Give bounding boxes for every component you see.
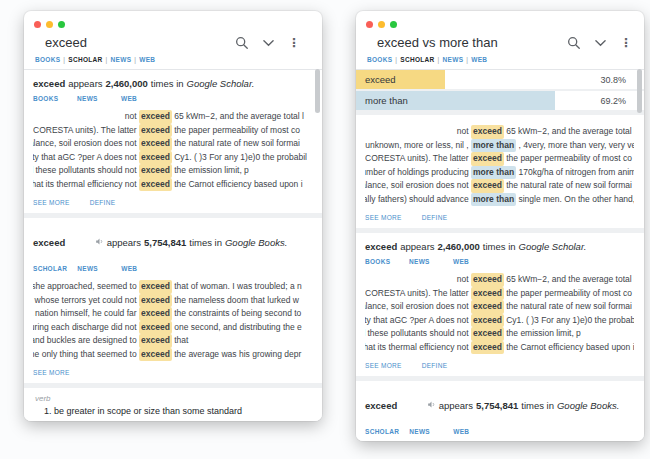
result-subtab[interactable]: WEB — [121, 95, 155, 102]
concordance-line: ires that its thermal efficiency not exc… — [365, 341, 634, 355]
tab-separator: | — [466, 56, 468, 63]
kebab-menu-icon[interactable]: ⋮ — [288, 37, 300, 49]
source-tab[interactable]: SCHOLAR — [400, 56, 434, 63]
highlighted-term: exceed — [471, 287, 504, 301]
zoom-button[interactable] — [390, 21, 397, 28]
scrollbar-thumb[interactable] — [637, 69, 642, 113]
search-icon[interactable] — [235, 36, 249, 50]
search-icon[interactable] — [567, 36, 581, 50]
snippet-text: e number of holdings producing — [365, 166, 471, 180]
occurrence-count: 5,754,841 — [476, 400, 518, 411]
speaker-icon[interactable] — [68, 226, 103, 259]
snippet-text: the emission limit, p — [504, 327, 634, 341]
snippet-text: the natural rate of new soil formai — [504, 179, 634, 193]
speaker-icon[interactable] — [400, 389, 435, 422]
see-more-link[interactable]: SEE MORE — [33, 369, 70, 376]
search-bar: ⋮ — [356, 31, 644, 54]
concordance-list: so, as she approached, seemed to exceed … — [33, 280, 312, 361]
part-of-speech: verb — [35, 394, 311, 403]
source-tabs: BOOKS|SCHOLAR|NEWS|WEB — [24, 54, 322, 70]
result-subtab[interactable]: BOOKS — [365, 258, 399, 265]
chevron-down-icon[interactable] — [263, 39, 274, 47]
snippet-text: not — [365, 125, 471, 139]
search-input[interactable] — [45, 35, 221, 50]
result-subtab[interactable]: WEB — [121, 265, 155, 272]
card-actions: SEE MORE DEFINE — [365, 214, 634, 221]
books-result-card: exceed appears 5,754,841 times in Google… — [356, 381, 644, 441]
times-in-label: times in — [151, 78, 184, 89]
close-button[interactable] — [366, 21, 373, 28]
highlighted-term: exceed — [471, 125, 504, 139]
snippet-text: not — [33, 110, 139, 124]
see-more-link[interactable]: SEE MORE — [33, 199, 70, 206]
result-subtab[interactable]: WEB — [453, 258, 487, 265]
result-subtab[interactable]: SCHOLAR — [365, 428, 399, 435]
minimize-button[interactable] — [378, 21, 385, 28]
concordance-line: tors during each discharge did not excee… — [33, 321, 312, 335]
result-subtab[interactable]: NEWS — [77, 95, 111, 102]
concordance-line: vi and these pollutants should not excee… — [33, 164, 312, 178]
see-more-link[interactable]: SEE MORE — [365, 214, 402, 221]
define-link[interactable]: DEFINE — [422, 214, 448, 221]
window-exceed-vs-more-than: ⋮ BOOKS|SCHOLAR|NEWS|WEB exceed 30.8% mo… — [356, 11, 644, 441]
close-button[interactable] — [34, 21, 41, 28]
definition-entry: 1. be greater in scope or size than some… — [35, 406, 311, 416]
highlighted-term: exceed — [139, 151, 172, 165]
source-tab[interactable]: WEB — [471, 56, 487, 63]
result-subtabs: SCHOLARNEWSWEB — [365, 428, 634, 435]
source-tab[interactable]: WEB — [139, 56, 155, 63]
result-summary: exceed appears 2,460,000 times in Google… — [365, 241, 634, 252]
snippet-text: ires that its thermal efficiency not — [33, 178, 139, 192]
source-tab[interactable]: SCHOLAR — [68, 56, 102, 63]
occurrence-count: 2,460,000 — [438, 241, 480, 252]
search-input[interactable] — [377, 35, 553, 50]
corpus-name: Google Books. — [557, 400, 619, 411]
define-link[interactable]: DEFINE — [90, 199, 116, 206]
snippet-text: the paper permeability of most co — [504, 152, 634, 166]
zoom-button[interactable] — [58, 21, 65, 28]
appears-label: appears — [107, 237, 141, 248]
card-actions: SEE MORE — [33, 369, 312, 376]
scholar-result-card: exceed appears 2,460,000 times in Google… — [24, 70, 322, 213]
result-subtab[interactable]: NEWS — [409, 258, 443, 265]
result-subtabs: SCHOLARNEWSWEB — [33, 265, 312, 272]
source-tab[interactable]: NEWS — [443, 56, 464, 63]
see-more-link[interactable]: SEE MORE — [365, 362, 402, 369]
snippet-text: ove 50 CORESTA units). The latter — [33, 124, 139, 138]
result-subtab[interactable]: NEWS — [409, 428, 443, 435]
corpus-name: Google Scholar. — [187, 78, 255, 89]
result-subtab[interactable]: WEB — [453, 428, 487, 435]
concordance-line: H s unknown, more or less, nil , more th… — [365, 139, 634, 153]
highlighted-term: exceed — [139, 178, 172, 192]
snippet-text: ires that its thermal efficiency not — [365, 341, 471, 355]
highlighted-term: exceed — [139, 137, 172, 151]
snippet-text: the natural rate of new soil formai — [172, 137, 312, 151]
result-summary: exceed appears 5,754,841 times in Google… — [365, 389, 634, 422]
concordance-line: so, as she approached, seemed to exceed … — [33, 280, 312, 294]
define-link[interactable]: DEFINE — [422, 362, 448, 369]
snippet-text: bbing and buckles are designed to — [33, 334, 139, 348]
concordance-line: if fear whose terrors yet could not exce… — [33, 294, 312, 308]
kebab-menu-icon[interactable]: ⋮ — [620, 37, 632, 49]
comparison-row: exceed 30.8% — [356, 70, 644, 89]
result-subtab[interactable]: NEWS — [77, 265, 111, 272]
scrollbar-thumb[interactable] — [315, 69, 320, 113]
result-subtab[interactable]: BOOKS — [33, 95, 67, 102]
result-summary: exceed appears 5,754,841 times in Google… — [33, 226, 312, 259]
highlighted-term: exceed — [139, 280, 172, 294]
highlighted-term: more than — [471, 193, 516, 207]
source-tab[interactable]: BOOKS — [35, 56, 60, 63]
result-subtab[interactable]: SCHOLAR — [33, 265, 67, 272]
highlighted-term: exceed — [139, 124, 172, 138]
minimize-button[interactable] — [46, 21, 53, 28]
snippet-text: 65 kWm−2, and the average total l — [504, 125, 634, 139]
snippet-text: Cy1. ( )3 For any 1)e)0 the probabil — [504, 314, 634, 328]
source-tab[interactable]: BOOKS — [367, 56, 392, 63]
source-tab[interactable]: NEWS — [111, 56, 132, 63]
snippet-text: e in balance, soil erosion does not — [33, 137, 139, 151]
chevron-down-icon[interactable] — [595, 39, 606, 47]
query-term: exceed — [33, 78, 65, 89]
comparison-result-card: not exceed 65 kWm−2, and the average tot… — [356, 115, 644, 228]
concordance-line: ove 50 CORESTA units). The latter exceed… — [365, 287, 634, 301]
concordance-line: , the only thing that seemed to exceed t… — [33, 348, 312, 362]
